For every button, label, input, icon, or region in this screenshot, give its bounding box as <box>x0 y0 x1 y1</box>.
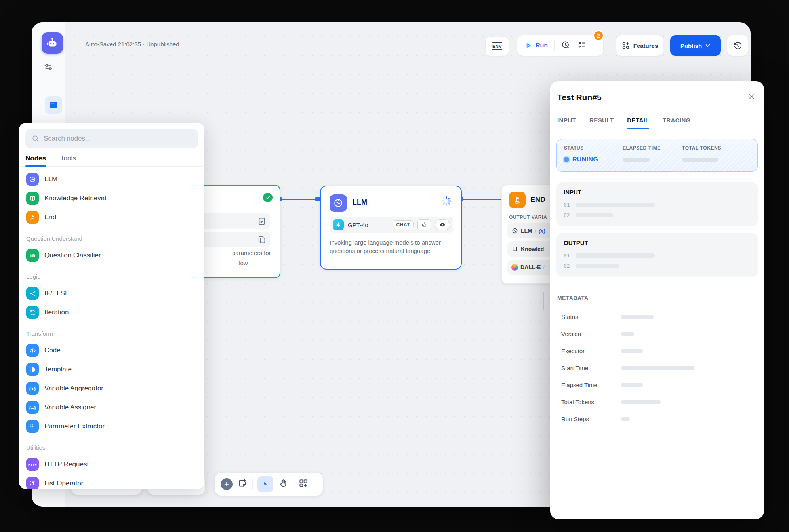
edge-llm-to-end <box>460 199 504 200</box>
node-item-code[interactable]: Code <box>25 341 198 360</box>
metadata-skeleton <box>621 349 643 353</box>
elapsed-skeleton <box>623 158 650 162</box>
llm-node-input-port[interactable] <box>315 197 320 201</box>
output-row-skeleton <box>576 264 619 268</box>
tab-tools[interactable]: Tools <box>60 154 76 166</box>
code-icon <box>26 344 39 357</box>
tokens-skeleton <box>682 158 718 162</box>
node-panel-toggle-icon[interactable] <box>45 96 62 114</box>
node-item-http-request[interactable]: HTTP HTTP Request <box>25 455 198 474</box>
hand-tool[interactable] <box>278 478 288 490</box>
metadata-row: Executor <box>556 342 758 359</box>
node-item-llm[interactable]: LLM <box>25 170 198 189</box>
variable-source: Knowled <box>521 246 544 252</box>
list-operator-icon <box>26 477 39 489</box>
chevron-down-icon <box>705 43 711 48</box>
running-status-value: RUNING <box>572 156 598 163</box>
dalle-icon <box>511 264 518 271</box>
openai-model-icon <box>333 219 344 230</box>
test-run-panel: Test Run#5 INPUT RESULT DETAIL TRACING S… <box>550 81 764 519</box>
metadata-row: Version <box>556 325 758 342</box>
screenshot-stage: Auto-Saved 21:02:35 · Unpublished ENV Ru… <box>0 0 789 532</box>
organize-layout-button[interactable] <box>298 478 309 490</box>
input-row-number: 01 <box>564 202 570 208</box>
search-placeholder: Search nodes... <box>44 135 91 142</box>
close-icon[interactable] <box>747 91 757 103</box>
search-icon <box>32 135 40 142</box>
app-logo-robot-icon[interactable] <box>42 32 63 54</box>
add-node-button[interactable] <box>221 478 233 490</box>
tab-nodes[interactable]: Nodes <box>25 154 46 166</box>
node-item-iteration[interactable]: Iteration <box>25 303 198 322</box>
add-note-button[interactable] <box>237 478 248 490</box>
node-item-knowledge-retrieval[interactable]: Knowledge Retrieval <box>25 189 198 208</box>
tab-detail[interactable]: DETAIL <box>627 117 649 129</box>
tab-tracing[interactable]: TRACING <box>663 117 691 129</box>
pointer-tool-active[interactable] <box>257 476 273 492</box>
copy-field-icon <box>257 235 266 244</box>
publish-button[interactable]: Publish <box>670 35 721 56</box>
tab-input[interactable]: INPUT <box>557 117 576 129</box>
schedule-run-icon[interactable] <box>561 40 571 51</box>
node-item-parameter-extractor[interactable]: Parameter Extractor <box>25 417 198 436</box>
node-item-label: Template <box>44 365 72 373</box>
input-row-number: 02 <box>564 212 570 218</box>
node-item-variable-aggregator[interactable]: {x} Variable Aggregator <box>25 379 198 398</box>
metadata-label: Status <box>556 314 621 320</box>
tab-result[interactable]: RESULT <box>589 117 614 129</box>
section-question-understand: Question Understand <box>26 233 198 243</box>
test-run-tabs: INPUT RESULT DETAIL TRACING <box>556 117 758 129</box>
llm-model-row[interactable]: GPT-4o CHAT <box>330 217 453 233</box>
iteration-icon <box>26 306 39 319</box>
running-status-dot <box>564 157 569 162</box>
output-row-number: 02 <box>564 263 570 269</box>
agent-robot-badge <box>417 219 431 230</box>
input-row-skeleton <box>576 203 655 207</box>
metadata-list: Status Version Executor Start Time Elaps… <box>556 308 758 428</box>
canvas-control-toolbar <box>215 473 323 496</box>
history-button[interactable] <box>727 35 748 56</box>
variable-token: {x} <box>539 228 545 234</box>
run-button[interactable]: Run <box>524 42 548 49</box>
node-item-if-else[interactable]: IF/ELSE <box>25 284 198 303</box>
env-button[interactable]: ENV <box>486 37 509 56</box>
separator: / <box>543 264 545 270</box>
panel-resize-handle[interactable] <box>543 292 544 310</box>
vision-eye-badge <box>435 219 450 230</box>
node-item-list-operator[interactable]: List Operator <box>25 474 198 489</box>
node-item-question-classifier[interactable]: Question Classifier <box>25 246 198 265</box>
llm-node[interactable]: LLM <box>320 186 462 270</box>
metadata-row: Elapsed Time <box>556 376 758 393</box>
metadata-skeleton <box>621 400 661 404</box>
node-item-label: Knowledge Retrieval <box>44 194 106 202</box>
node-item-label: LLM <box>44 175 57 183</box>
variable-source: LLM <box>521 228 532 234</box>
llm-node-icon <box>330 194 347 212</box>
features-label: Features <box>633 42 658 49</box>
node-list: LLM Knowledge Retrieval End <box>25 167 198 489</box>
node-item-template[interactable]: Template <box>25 360 198 379</box>
preferences-sliders-icon[interactable] <box>42 61 54 73</box>
metadata-title: METADATA <box>557 295 758 301</box>
node-item-label: List Operator <box>44 479 83 487</box>
node-item-variable-assigner[interactable]: {=} Variable Assigner <box>25 398 198 417</box>
chat-mode-badge: CHAT <box>393 220 414 229</box>
autosave-status: Auto-Saved 21:02:35 · Unpublished <box>85 41 179 48</box>
input-row-skeleton <box>576 213 613 217</box>
run-toolbar-group: Run <box>517 35 603 56</box>
book-icon <box>26 192 39 205</box>
section-logic: Logic <box>26 271 198 281</box>
features-button[interactable]: Features <box>616 35 663 56</box>
features-icon <box>621 41 630 50</box>
node-item-end[interactable]: End <box>25 208 198 227</box>
start-node-description-line2: flow <box>237 259 248 268</box>
node-search-input[interactable]: Search nodes... <box>25 129 198 148</box>
variable-aggregator-icon: {x} <box>26 382 39 395</box>
metadata-label: Version <box>556 331 621 337</box>
node-item-label: IF/ELSE <box>44 289 69 297</box>
checklist-icon[interactable] <box>577 40 587 51</box>
start-node-description-line1: parameters for <box>232 249 271 257</box>
play-icon <box>524 42 532 49</box>
metadata-skeleton <box>621 332 634 336</box>
end-node-icon <box>509 192 526 208</box>
